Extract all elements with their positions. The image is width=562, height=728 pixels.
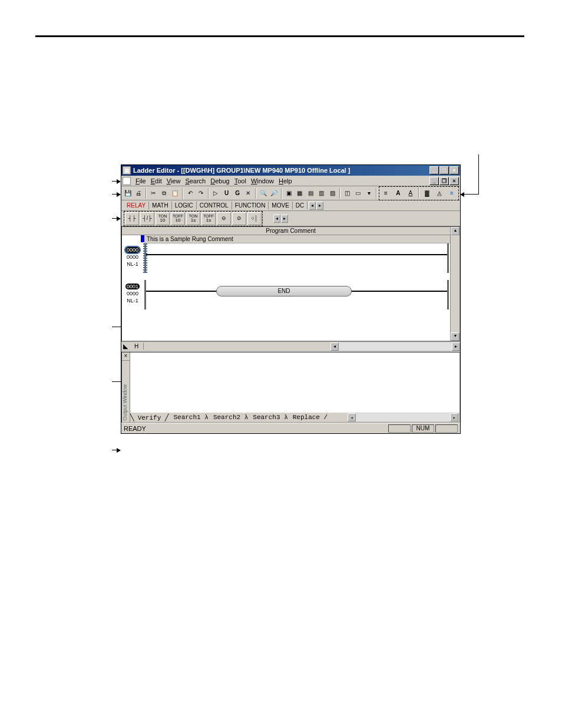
close-button[interactable]: × [449, 166, 459, 174]
output-tab-search1[interactable]: Search1 λ [171, 414, 210, 421]
find-button[interactable]: 🔍 [258, 187, 268, 199]
child-close-button[interactable]: × [449, 177, 459, 185]
tool-b-button[interactable]: ▦ [295, 187, 305, 199]
instr-scroll-right[interactable]: ▸ [281, 215, 288, 223]
redo-button[interactable]: ↷ [196, 187, 206, 199]
grp-btn-5[interactable]: ◬ [434, 187, 445, 199]
find-next-button[interactable]: 🔎 [269, 187, 279, 199]
menu-window[interactable]: Window [251, 177, 274, 185]
tool-d-button[interactable]: ▷ [211, 187, 221, 199]
child-minimize-button[interactable]: _ [429, 177, 439, 185]
print-button[interactable]: 🖨 [133, 187, 143, 199]
rail-right [447, 280, 449, 309]
tab-dc[interactable]: DC [293, 202, 308, 209]
program-area[interactable]: Program Comment This is a Sample Rung Co… [121, 226, 460, 341]
tab-relay[interactable]: RELAY [124, 202, 149, 209]
output-close-button[interactable]: × [122, 353, 130, 361]
grp-btn-6[interactable]: ≡ [446, 187, 458, 199]
hscroll-track[interactable] [339, 342, 452, 351]
coil-set-button[interactable]: ○│ [247, 212, 262, 225]
tool-g-button[interactable]: G [232, 187, 242, 199]
coil-not-button[interactable]: ⊘ [232, 212, 246, 225]
menu-edit[interactable]: Edit [151, 177, 162, 185]
rail-left [144, 280, 146, 309]
tab-scroll-left[interactable]: ◂ [309, 202, 316, 210]
status-text: READY [124, 425, 387, 432]
menu-view[interactable]: View [167, 177, 181, 185]
rung-0: 0000 0000 NL-1 [122, 243, 459, 273]
instr-scroll-left[interactable]: ◂ [273, 215, 280, 223]
contact-no-button[interactable]: ┤├ [125, 212, 139, 225]
tool-f-button[interactable]: ▨ [327, 187, 337, 199]
grp-btn-1[interactable]: ≡ [380, 187, 392, 199]
tab-math[interactable]: MATH [149, 202, 172, 209]
copy-button[interactable]: ⧉ [159, 187, 169, 199]
maximize-button[interactable]: □ [439, 166, 449, 174]
rung-comment-handle[interactable] [141, 235, 144, 242]
annotation-vline-right [478, 154, 479, 195]
toff1s-button[interactable]: TOFF1s [201, 212, 216, 225]
minimize-button[interactable]: _ [429, 166, 439, 174]
grp-btn-3[interactable]: A [405, 187, 416, 199]
menu-search[interactable]: Search [185, 177, 206, 185]
menu-debug[interactable]: Debug [210, 177, 229, 185]
tool-e-button[interactable]: ▥ [316, 187, 326, 199]
grp-btn-4[interactable]: ▓ [421, 187, 433, 199]
titlebar-text: Ladder Editor - [[DWGH\H] GROUP1\NEW MP9… [133, 167, 429, 174]
toff10-button[interactable]: TOFF10 [171, 212, 185, 225]
paste-button[interactable]: 📋 [170, 187, 180, 199]
output-tab-search3-label: Search3 [253, 414, 280, 421]
cut-button[interactable]: ✂ [148, 187, 158, 199]
output-panel: × Output Window ╲ Verify ╱ Search1 λ Sea… [121, 352, 460, 423]
hscroll-left[interactable]: ◂ [330, 342, 339, 351]
statusbar: READY NUM [121, 423, 460, 433]
output-tab-search2[interactable]: Search2 λ [211, 414, 250, 421]
hscroll-right[interactable]: ▸ [452, 342, 460, 351]
titlebar: ▦ Ladder Editor - [[DWGH\H] GROUP1\NEW M… [121, 165, 460, 176]
menu-file[interactable]: File [135, 177, 146, 185]
menu-tool[interactable]: Tool [234, 177, 246, 185]
program-vscroll[interactable]: ▴ ▾ [450, 227, 459, 341]
tab-control[interactable]: CONTROL [197, 202, 232, 209]
output-body[interactable] [130, 353, 459, 413]
coil-button[interactable]: ⊖ [217, 212, 231, 225]
scroll-down-button[interactable]: ▾ [451, 332, 459, 341]
tool-h-button[interactable]: ◫ [342, 187, 352, 199]
contact-nc-button[interactable]: ┤/├ [140, 212, 154, 225]
grp-btn-2[interactable]: A [392, 187, 404, 199]
child-window-icon[interactable] [123, 177, 131, 185]
output-hscroll-track[interactable] [356, 413, 450, 421]
status-cell-1 [388, 424, 411, 433]
tool-c-button[interactable]: ▤ [306, 187, 316, 199]
dropdown-button[interactable]: ▾ [364, 187, 374, 199]
rung-number-0[interactable]: 0000 [125, 247, 140, 253]
tab-function[interactable]: FUNCTION [232, 202, 269, 209]
toolbar-separator [376, 188, 377, 199]
output-tab-verify[interactable]: Verify ╱ [135, 414, 171, 421]
tool-a-button[interactable]: ▣ [284, 187, 294, 199]
rung-nl-0: NL-1 [127, 261, 138, 267]
tool-x-button[interactable]: ✕ [243, 187, 253, 199]
output-tab-search3[interactable]: Search3 λ [250, 414, 290, 421]
output-tabs: ╲ Verify ╱ Search1 λ Search2 λ Search3 λ… [130, 413, 459, 422]
tool-i-button[interactable]: ▭ [353, 187, 363, 199]
child-restore-button[interactable]: ❐ [439, 177, 449, 185]
sheet-tab-h[interactable]: H [130, 343, 144, 350]
save-button[interactable]: 💾 [123, 187, 133, 199]
tab-logic[interactable]: LOGIC [172, 202, 197, 209]
ton10-button[interactable]: TON10 [156, 212, 170, 225]
output-hscroll-left[interactable]: ◂ [348, 413, 356, 421]
tool-u-button[interactable]: U [222, 187, 232, 199]
program-hscroll[interactable]: ◂ ▸ [330, 342, 460, 351]
rung-1: 0001 0000 NL-1 END [122, 280, 459, 309]
menu-help[interactable]: Help [279, 177, 292, 185]
output-tab-replace[interactable]: Replace / [290, 414, 330, 421]
scroll-up-button[interactable]: ▴ [451, 227, 459, 235]
undo-button[interactable]: ↶ [185, 187, 195, 199]
tab-scroll-right[interactable]: ▸ [316, 202, 323, 210]
rung-number-1[interactable]: 0001 [125, 284, 140, 289]
tab-move[interactable]: MOVE [269, 202, 292, 209]
rung-comment: This is a Sample Rung Comment [144, 235, 459, 243]
ton1s-button[interactable]: TON1s [186, 212, 200, 225]
output-hscroll-right[interactable]: ▸ [450, 413, 458, 421]
